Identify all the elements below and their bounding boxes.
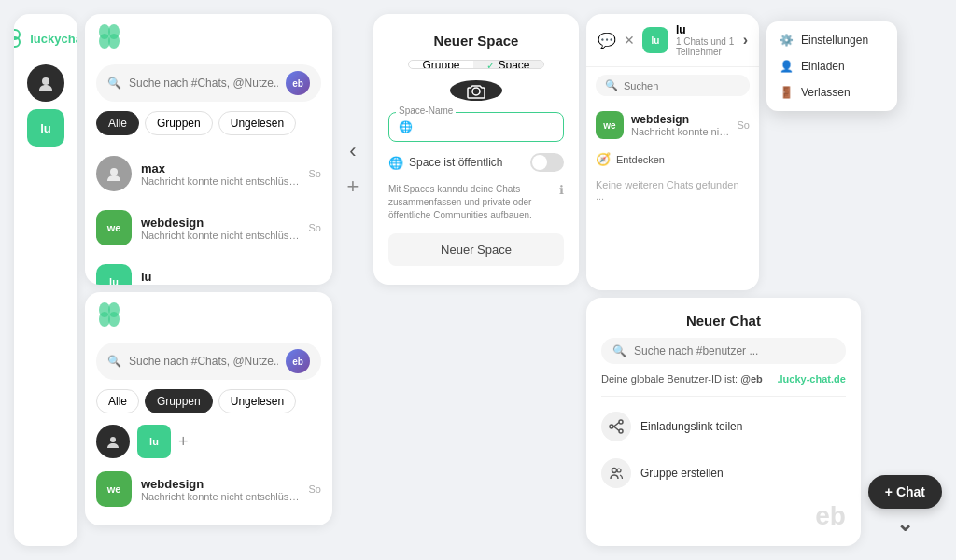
space-name-input[interactable] (388, 112, 564, 142)
public-toggle-row: 🌐 Space ist öffentlich (388, 153, 564, 172)
info-row: Mit Spaces kanndu deine Chats zusammenfa… (388, 183, 564, 222)
global-id-value: @eb (740, 373, 763, 385)
global-id-row: Deine globale Benutzer-ID ist: @eb .luck… (601, 373, 846, 385)
logo-area: luckychat® (14, 23, 77, 53)
filter-tab-ungelesen-bottom[interactable]: Ungelesen (218, 389, 296, 413)
eb-watermark: eb (601, 501, 846, 531)
svg-point-21 (617, 469, 621, 472)
search-icon-top: 🔍 (107, 77, 121, 90)
sidebar-nav-icon-dark[interactable] (96, 425, 130, 458)
new-space-title: Neuer Space (434, 33, 519, 49)
chat-name-webdesign-top: webdesign (141, 216, 300, 230)
luckychat-logo-icon (14, 23, 26, 53)
context-menu-verlassen[interactable]: 🚪 Verlassen (766, 79, 897, 105)
svg-point-16 (110, 437, 116, 442)
search-bar-top[interactable]: 🔍 eb (96, 64, 321, 102)
avatar-max (96, 156, 132, 191)
chevron-down-btn[interactable]: ⌄ (896, 512, 913, 537)
space-detail-panel: 💬 ✕ lu lu 1 Chats und 1 Teilnehmer › (586, 14, 759, 290)
space-detail-name: lu (676, 23, 736, 36)
svg-point-20 (612, 469, 617, 473)
add-space-btn[interactable]: + (340, 174, 366, 200)
share-icon (601, 412, 631, 441)
space-chat-name-webdesign: webdesign (631, 113, 730, 126)
space-close-btn[interactable]: ✕ (624, 33, 635, 48)
more-options-btn[interactable]: › (743, 32, 748, 49)
filter-tab-ungelesen[interactable]: Ungelesen (218, 111, 296, 135)
domain-label: .lucky-chat.de (777, 373, 845, 385)
filter-tab-alle[interactable]: Alle (96, 111, 139, 135)
svg-point-15 (108, 312, 120, 327)
space-avatar-detail: lu (642, 27, 668, 53)
svg-point-10 (110, 168, 118, 175)
toggle-space[interactable]: ✓ Space (473, 61, 543, 69)
filter-tab-gruppen[interactable]: Gruppen (145, 111, 213, 135)
context-menu-einladen[interactable]: 👤 Einladen (766, 53, 897, 79)
create-group-label: Gruppe erstellen (640, 467, 724, 480)
avatar-lu: lu (96, 264, 132, 285)
settings-icon: ⚙️ (780, 34, 794, 47)
search-input-bottom[interactable] (129, 355, 278, 368)
space-chat-icon: 💬 (598, 32, 616, 49)
chat-list-bottom-panel: 🔍 eb Alle Gruppen (85, 292, 332, 525)
chat-preview-webdesign-top: Nachricht konnte nicht entschlüssel... (141, 230, 300, 241)
user-badge-bottom[interactable]: eb (286, 349, 310, 373)
context-menu: ⚙️ Einstellungen 👤 Einladen 🚪 Verlassen (766, 21, 897, 111)
public-toggle-switch[interactable] (530, 153, 564, 172)
leave-icon: 🚪 (780, 86, 794, 99)
camera-button[interactable] (450, 80, 502, 101)
space-avatar-sidebar[interactable]: lu (27, 109, 64, 147)
create-group-row[interactable]: Gruppe erstellen (601, 455, 846, 492)
discover-row[interactable]: 🧭 Entdecken (586, 147, 759, 172)
new-chat-title: Neuer Chat (601, 313, 846, 329)
no-chats-message: Keine weiteren Chats gefunden ... (586, 172, 759, 209)
back-arrow-btn[interactable]: ‹ (338, 136, 368, 166)
new-space-panel: Neuer Space Gruppe ✓ Space (373, 14, 579, 285)
toggle-gruppe[interactable]: Gruppe (409, 61, 472, 69)
public-label-text: Space ist öffentlich (409, 156, 503, 169)
sidebar-nav-icon-teal[interactable]: lu (137, 425, 171, 458)
chat-preview-max: Nachricht konnte nicht entschlüssel... (141, 175, 300, 187)
chat-name-webdesign-bottom: webdesign (141, 477, 300, 491)
search-input-top[interactable] (129, 77, 278, 90)
create-space-button[interactable]: Neuer Space (388, 233, 564, 266)
user-avatar-sidebar[interactable] (27, 64, 64, 102)
chat-item-webdesign-top[interactable]: we webdesign Nachricht konnte nicht ents… (85, 201, 332, 255)
chat-fab-label: + Chat (885, 484, 925, 499)
space-chat-time-webdesign: So (738, 119, 750, 131)
chat-item-lu[interactable]: lu lu 1 Chats und 1 Teilnehmer (85, 255, 332, 285)
svg-point-17 (619, 420, 623, 424)
space-search-input[interactable] (624, 80, 752, 91)
svg-point-19 (610, 425, 613, 428)
filter-tabs-top: Alle Gruppen Ungelesen (96, 111, 321, 135)
user-badge-top[interactable]: eb (286, 71, 310, 95)
invite-icon: 👤 (780, 60, 794, 73)
avatar-webdesign-bottom: we (96, 471, 132, 507)
chat-fab-button[interactable]: + Chat (868, 475, 942, 509)
context-menu-einstellungen[interactable]: ⚙️ Einstellungen (766, 27, 897, 53)
four-leaf-icon-top (96, 23, 122, 53)
chat-time-max: So (309, 168, 321, 179)
chat-item-webdesign-bottom[interactable]: we webdesign Nachricht konnte nicht ents… (85, 462, 332, 516)
svg-point-9 (108, 34, 120, 49)
chat-preview-webdesign-bottom: Nachricht konnte nicht entschlüssel... (141, 491, 300, 502)
space-search-icon: 🔍 (605, 79, 618, 91)
space-detail-subtitle: 1 Chats und 1 Teilnehmer (676, 36, 736, 57)
avatar-webdesign-top: we (96, 210, 132, 245)
space-chat-item-webdesign[interactable]: we webdesign Nachricht konnte nicht ents… (586, 104, 759, 147)
globe-icon: 🌐 (388, 156, 403, 170)
new-chat-search-bar[interactable]: 🔍 (601, 338, 846, 364)
filter-tab-alle-bottom[interactable]: Alle (96, 389, 139, 413)
new-chat-panel: Neuer Chat 🔍 Deine globale Benutzer-ID i… (586, 298, 861, 546)
compass-icon: 🧭 (596, 152, 611, 166)
search-bar-bottom[interactable]: 🔍 eb (96, 343, 321, 380)
new-chat-search-input[interactable] (634, 344, 835, 357)
chat-name-max: max (141, 161, 300, 175)
space-initials: lu (40, 121, 51, 135)
add-chat-btn-bottom[interactable]: + (178, 432, 189, 452)
four-leaf-icon-bottom (96, 301, 122, 331)
share-invite-link-row[interactable]: Einladungslink teilen (601, 408, 846, 445)
chat-item-max[interactable]: max Nachricht konnte nicht entschlüssel.… (85, 147, 332, 201)
space-search-area: 🔍 (586, 67, 759, 104)
filter-tab-gruppen-bottom[interactable]: Gruppen (145, 389, 213, 413)
